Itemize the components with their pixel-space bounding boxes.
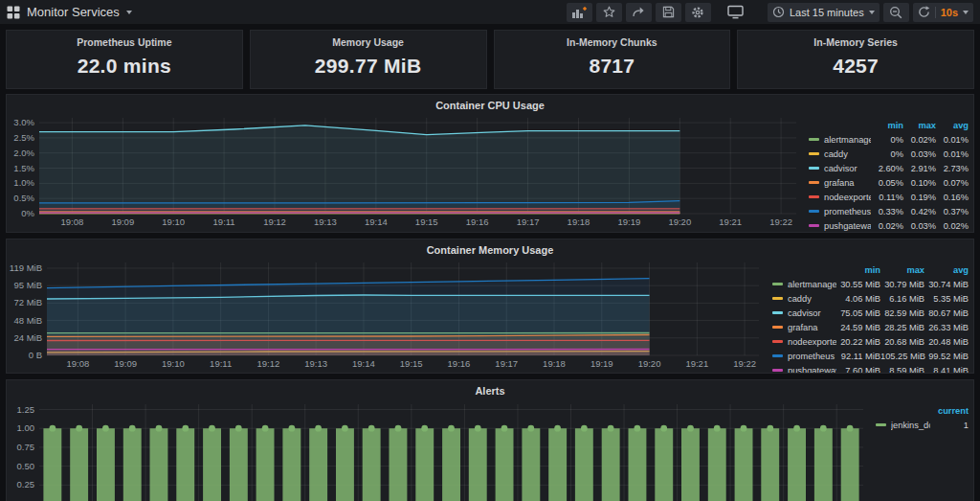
x-tick-label: 19:14: [365, 216, 388, 227]
legend-header-max[interactable]: max: [903, 121, 936, 130]
zoom-out-button[interactable]: [883, 3, 909, 22]
legend-row-cadvisor[interactable]: cadvisor2.60%2.91%2.73%: [801, 161, 973, 175]
legend-row-alertmanager[interactable]: alertmanager30.55 MiB30.79 MiB30.74 MiB: [765, 277, 973, 291]
x-tick-label: 19:15: [400, 358, 423, 369]
star-button[interactable]: [596, 3, 622, 22]
alert-bar: [70, 428, 88, 501]
x-tick-label: 19:11: [210, 358, 232, 369]
legend-row-nodeexporter[interactable]: nodeexporter20.22 MiB20.68 MiB20.48 MiB: [765, 334, 973, 349]
dashboards-grid-icon[interactable]: [7, 6, 20, 19]
y-tick-label: 0.25: [17, 479, 35, 490]
x-tick-label: 19:10: [162, 358, 185, 369]
legend-series-name: grafana: [824, 178, 871, 188]
legend-swatch: [772, 311, 783, 314]
alert-point: [315, 425, 322, 432]
legend-row-caddy[interactable]: caddy4.06 MiB6.16 MiB5.35 MiB: [765, 291, 973, 306]
legend-header-avg[interactable]: avg: [936, 121, 969, 130]
alert-point: [767, 425, 773, 432]
y-tick-label: 24 MiB: [13, 332, 42, 343]
legend-value: 0.02%: [936, 221, 969, 231]
refresh-icon: [918, 6, 930, 18]
panel-title[interactable]: In-Memory Series: [738, 31, 973, 48]
legend-header-max[interactable]: max: [880, 265, 924, 275]
legend-header-row: minmaxavg: [801, 118, 973, 132]
legend-series-name: caddy: [824, 149, 871, 159]
legend-value: 2.91%: [903, 164, 936, 173]
time-range-label: Last 15 minutes: [790, 7, 864, 18]
alert-point: [554, 425, 561, 432]
stats-row: Prometheus Uptime 22.0 mins Memory Usage…: [6, 30, 974, 89]
legend-row-grafana[interactable]: grafana0.05%0.10%0.07%: [801, 175, 973, 190]
x-tick-label: 19:09: [114, 358, 137, 369]
legend-header-avg[interactable]: avg: [924, 265, 969, 275]
x-tick-label: 19:18: [568, 216, 590, 227]
alert-point: [687, 425, 694, 432]
y-tick-label: 1.0%: [13, 177, 34, 188]
add-panel-button[interactable]: [567, 3, 592, 22]
save-icon: [662, 6, 675, 18]
panel-title-cpu[interactable]: Container CPU Usage: [7, 95, 973, 113]
share-button[interactable]: [626, 3, 652, 22]
save-button[interactable]: [656, 3, 681, 22]
legend-header-current[interactable]: current: [930, 406, 969, 416]
x-tick-label: 19:12: [257, 358, 280, 369]
legend-row-pushgateway[interactable]: pushgateway0.02%0.03%0.02%: [801, 218, 973, 233]
refresh-interval-label[interactable]: 10s: [941, 7, 958, 18]
legend-value: 1: [930, 421, 969, 430]
legend-row-prometheus[interactable]: prometheus92.11 MiB105.25 MiB99.52 MiB: [765, 349, 973, 363]
alert-point: [635, 425, 641, 432]
add-panel-icon: [571, 6, 587, 19]
cpu-legend: minmaxavgalertmanager0%0.02%0.01%caddy0%…: [801, 113, 973, 233]
legend-series-name: nodeexporter: [788, 337, 836, 347]
y-tick-label: 1.25: [17, 404, 35, 415]
stat-panel-prometheus-uptime: Prometheus Uptime 22.0 mins: [6, 30, 243, 89]
dashboard-caret-down-icon[interactable]: [126, 11, 132, 14]
time-range-picker[interactable]: Last 15 minutes: [768, 3, 880, 22]
tv-icon: [727, 5, 744, 19]
panel-title[interactable]: Prometheus Uptime: [7, 31, 242, 48]
alert-point: [660, 425, 667, 432]
divider: [935, 7, 936, 18]
stat-value: 8717: [495, 55, 730, 78]
x-tick-label: 19:12: [263, 216, 286, 227]
alert-bar: [415, 428, 434, 501]
legend-swatch: [809, 224, 819, 227]
settings-button[interactable]: [685, 3, 711, 22]
panel-title[interactable]: In-Memory Chunks: [495, 31, 730, 48]
legend-row-cadvisor[interactable]: cadvisor75.05 MiB82.59 MiB80.67 MiB: [765, 306, 973, 320]
legend-header-min[interactable]: min: [836, 265, 880, 275]
tv-mode-button[interactable]: [723, 3, 748, 22]
legend-series-name: caddy: [788, 294, 836, 304]
panel-title-alerts[interactable]: Alerts: [7, 380, 973, 399]
dashboard-title[interactable]: Monitor Services: [27, 5, 120, 19]
legend-row-jenkins_down[interactable]: jenkins_down1: [868, 418, 973, 432]
legend-value: 26.33 MiB: [924, 323, 969, 332]
series-area-pushgateway: [47, 350, 650, 356]
legend-row-caddy[interactable]: caddy0%0.03%0.01%: [801, 147, 973, 161]
legend-swatch: [772, 340, 783, 343]
legend-value: 99.52 MiB: [924, 352, 969, 361]
alert-point: [102, 425, 109, 432]
alerts-chart[interactable]: 00.250.500.751.001.25: [7, 399, 868, 501]
legend-value: 0.05%: [871, 178, 903, 188]
memory-chart[interactable]: 19:0819:0919:1019:1119:1219:1319:1419:15…: [7, 258, 765, 371]
legend-row-prometheus[interactable]: prometheus0.33%0.42%0.37%: [801, 204, 973, 218]
legend-row-alertmanager[interactable]: alertmanager0%0.02%0.01%: [801, 132, 973, 147]
legend-row-pushgateway[interactable]: pushgateway7.60 MiB8.59 MiB8.41 MiB: [765, 363, 973, 374]
legend-series-name: grafana: [788, 323, 836, 332]
cpu-chart[interactable]: 19:0819:0919:1019:1119:1219:1319:1419:15…: [7, 113, 801, 230]
refresh-button[interactable]: 10s: [913, 3, 973, 22]
legend-row-grafana[interactable]: grafana24.59 MiB28.25 MiB26.33 MiB: [765, 320, 973, 334]
stat-value: 22.0 mins: [7, 55, 242, 78]
legend-swatch: [876, 423, 886, 426]
panel-title[interactable]: Memory Usage: [251, 31, 486, 48]
legend-row-nodeexporter[interactable]: nodeexporter0.11%0.19%0.16%: [801, 190, 973, 204]
y-tick-label: 2.0%: [13, 148, 34, 158]
legend-swatch: [809, 195, 819, 198]
refresh-caret-icon[interactable]: [963, 11, 969, 14]
panel-title-memory[interactable]: Container Memory Usage: [7, 239, 973, 258]
legend-header-min[interactable]: min: [871, 121, 903, 130]
legend-value: 80.67 MiB: [924, 308, 969, 318]
x-tick-label: 19:16: [448, 358, 471, 369]
alert-bar: [150, 428, 168, 501]
